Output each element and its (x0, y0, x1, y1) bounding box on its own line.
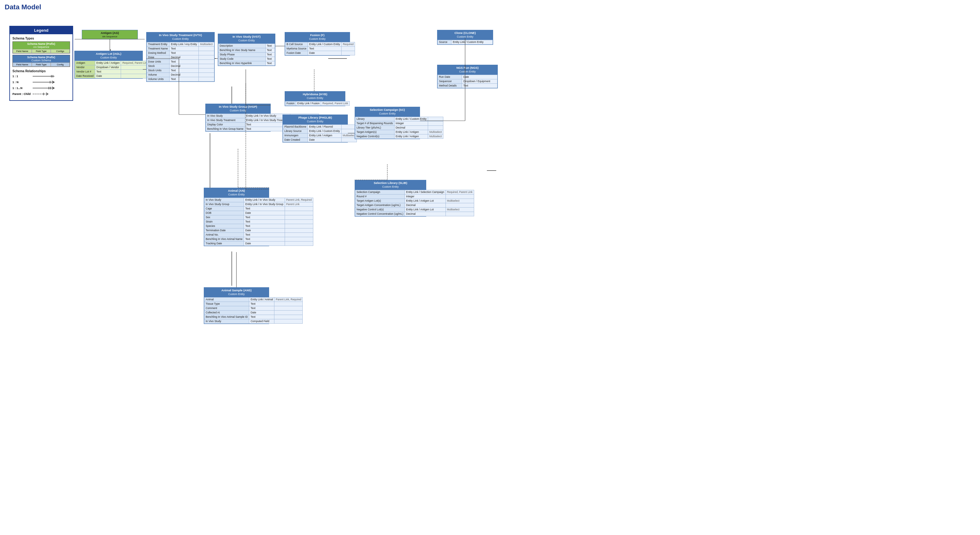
selection-campaign-table: LibraryEntity Link / Custom Entity Targe… (355, 117, 443, 139)
ivgp-header: In Vivo Study Group (IVGP)Custom Entity (206, 104, 270, 114)
table-row: Tracking DateDate (204, 241, 313, 245)
table-row: Termination DateDate (204, 228, 313, 232)
table-row: Treatment NameText (147, 46, 214, 51)
table-row: CommentText (204, 306, 303, 310)
animal-sample-header: Animal Sample (ANS)Custom Entity (204, 288, 269, 297)
fusion-entity: Fusion (F)Custom Entity B Cell SourceEnt… (285, 32, 350, 56)
ivtx-header: In Vivo Study Treatment (IVTX)Custom Ent… (146, 32, 214, 42)
table-row: Selection CampaignEntity Link / Selectio… (355, 190, 474, 194)
table-row: Treatment EntityEntity Link / Any Entity… (147, 42, 214, 46)
table-row: Dose UnitsText (147, 59, 214, 64)
table-row: Date CreatedDate (283, 138, 357, 142)
table-row: SpeciesText (204, 224, 313, 228)
table-row: SequencerDropdown / Equipment (438, 79, 498, 83)
table-row: DescriptionText (218, 44, 275, 48)
animal-entity: Animal (AN)Custom Entity In Vivo StudyEn… (204, 188, 269, 246)
phage-library-header: Phage Library (PHGLIB)Custom Entity (283, 115, 347, 124)
table-row: Target # of Biopanning RoundsInteger (355, 121, 443, 126)
animal-sample-entity: Animal Sample (ANS)Custom Entity AnimalE… (204, 287, 269, 324)
rel-1-1n: 1 : 1...N (13, 86, 70, 90)
selection-library-table: Selection CampaignEntity Link / Selectio… (355, 190, 474, 216)
table-row: Collected AtDate (204, 310, 303, 315)
sg-col1: Field Name (13, 49, 32, 53)
table-row: Stock UnitsText (147, 68, 214, 73)
table-row: Myeloma SourceText (285, 46, 355, 51)
table-row: Volume UnitsText (147, 77, 214, 81)
table-row: Negative Control(s)Entity Link / Antigen… (355, 134, 443, 139)
schema-blue-name: Schema Name (Prefix)Custom Schema (13, 55, 70, 62)
animal-sample-table: AnimalEntity Link / AnimalParent Link, R… (204, 297, 303, 324)
diagram-area: Legend Schema Types Schema Name (Prefix)… (5, 15, 969, 529)
table-row: VolumeDecimal (147, 73, 214, 77)
table-row: Vendor Lot #Text (75, 69, 150, 74)
table-row: VendorDropdown / Vendor (75, 65, 150, 69)
table-row: Benchling In Vivo Animal Sample IDText (204, 315, 303, 319)
hybridoma-entity: Hybridoma (HYB)Custom Entity FusionEntit… (285, 91, 345, 106)
rel-parent-child: Parent : Child (13, 92, 70, 96)
ivtx-entity: In Vivo Study Treatment (IVTX)Custom Ent… (146, 32, 215, 82)
ivgp-entity: In Vivo Study Group (IVGP)Custom Entity … (205, 103, 270, 132)
table-row: AntigenEntity Link / AntigenRequired, Pa… (75, 61, 150, 65)
table-row: B Cell SourceEntity Link / Custom Entity… (285, 42, 355, 46)
table-row: Library SourceEntity Link / Custom Entit… (283, 129, 357, 133)
antigen-lot-table: AntigenEntity Link / AntigenRequired, Pa… (75, 61, 150, 78)
table-row: Target Antigen Lot(s)Entity Link / Antig… (355, 199, 474, 203)
table-row: Target Antigen Concentration (ug/mL)Deci… (355, 203, 474, 207)
phage-library-entity: Phage Library (PHGLIB)Custom Entity Plas… (283, 115, 348, 143)
sg-col3: Configs (51, 49, 70, 53)
ivst-entity: In Vivo Study (IVST)Custom Entity Descri… (218, 33, 275, 66)
page-title: Data Model (5, 3, 975, 11)
table-row: Benchling In Vivo Study NameText (218, 48, 275, 52)
ngs-run-entity: NGS Run (NGS)Custom Entity Run DateDate … (437, 65, 498, 88)
table-row: Target Antigen(s)Entity Link / AntigenMu… (355, 130, 443, 134)
table-row: Fusion DateDate (285, 51, 355, 55)
schema-blue: Schema Name (Prefix)Custom Schema Field … (13, 55, 70, 67)
clone-entity: Clone (CLONE)Custom Entity SourceEntity … (437, 30, 493, 45)
table-row: Study CodeText (218, 57, 275, 61)
selection-library-entity: Selection Library (SLIB)Custom Entity Se… (355, 180, 426, 217)
rel-1-n: 1 : N (13, 80, 70, 84)
table-row: Animal No.Text (204, 232, 313, 237)
sg-col2: Field Type (32, 49, 51, 53)
antigen-header: Antigen (AG) AA Sequence (82, 30, 137, 39)
animal-header: Animal (AN)Custom Entity (204, 188, 269, 197)
ngs-run-header: NGS Run (NGS)Custom Entity (438, 65, 498, 75)
clone-header: Clone (CLONE)Custom Entity (438, 30, 493, 40)
table-row: Dosing MethodText (147, 51, 214, 55)
ivtx-table: Treatment EntityEntity Link / Any Entity… (146, 42, 214, 81)
table-row: ImmunogenEntity Link / AntigenMultiselec… (283, 133, 357, 138)
table-row: StrainText (204, 220, 313, 224)
fusion-header: Fusion (F)Custom Entity (285, 32, 350, 42)
hybridoma-header: Hybridoma (HYB)Custom Entity (285, 91, 345, 101)
table-row: Benchling In Vivo Animal NameText (204, 237, 313, 241)
table-row: Method DetailsText (438, 83, 498, 88)
table-row: In Vivo Study GroupEntity Link / In Vivo… (204, 202, 313, 206)
table-row: DOBDate (204, 211, 313, 215)
table-row: FusionEntity Link / FusionRequired, Pare… (285, 101, 350, 105)
rel-label: Schema Relationships (13, 69, 70, 73)
antigen-entity: Antigen (AG) AA Sequence (82, 30, 138, 39)
sb-col1: Field Name (13, 62, 32, 67)
table-row: LibraryEntity Link / Custom Entity (355, 117, 443, 121)
table-row: StockDecimal (147, 64, 214, 68)
rel-1-1: 1 : 1 (13, 74, 70, 78)
sb-col2: Field Type (32, 62, 51, 67)
ivst-table: DescriptionText Benchling In Vivo Study … (218, 44, 275, 66)
animal-table: In Vivo StudyEntity Link / In Vivo Study… (204, 197, 313, 246)
antigen-lot-entity: Antigen Lot (AGL)Custom Entity AntigenEn… (74, 51, 143, 79)
connectors (5, 15, 969, 529)
legend-title: Legend (10, 27, 73, 34)
table-row: SexText (204, 215, 313, 220)
table-row: Round #Integer (355, 194, 474, 199)
table-row: Tissue TypeText (204, 302, 303, 306)
table-row: AnimalEntity Link / AnimalParent Link, R… (204, 297, 303, 302)
table-row: In Vivo StudyEntity Link / In Vivo Study… (204, 197, 313, 202)
phage-library-table: Plasmid BackboneEntity Link / Plasmid Li… (283, 124, 357, 142)
table-row: CageText (204, 206, 313, 211)
sb-col3: Config (51, 62, 70, 67)
antigen-lot-header: Antigen Lot (AGL)Custom Entity (75, 51, 143, 61)
table-row: Plasmid BackboneEntity Link / Plasmid (283, 124, 357, 129)
table-row: SourceEntity Link / Custom Entity (438, 40, 493, 44)
ivst-header: In Vivo Study (IVST)Custom Entity (218, 34, 275, 44)
schema-types-label: Schema Types (13, 37, 70, 40)
